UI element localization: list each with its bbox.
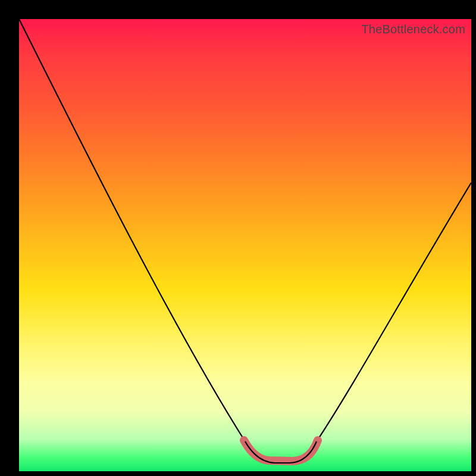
- plot-area: TheBottleneck.com: [19, 19, 471, 471]
- curve-right-branch: [317, 183, 471, 441]
- chart-frame: TheBottleneck.com: [0, 0, 476, 476]
- curve-left-branch: [19, 19, 245, 441]
- curve-minimum-highlight: [244, 440, 318, 461]
- curve-svg: [19, 19, 471, 471]
